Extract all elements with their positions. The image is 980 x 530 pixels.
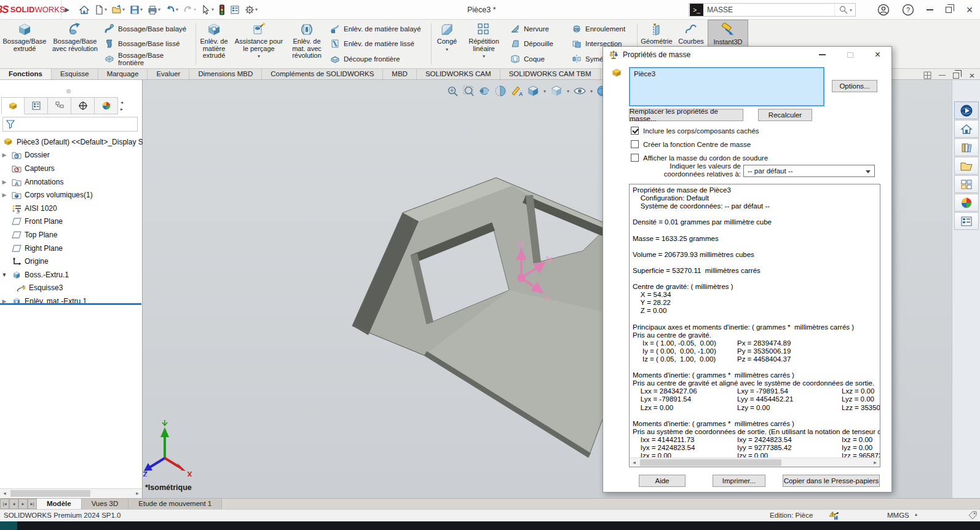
display-style-icon[interactable]: [550, 85, 563, 97]
dialog-minimize-icon[interactable]: [808, 47, 836, 63]
dropdown-arrow[interactable]: ▾: [258, 53, 260, 60]
prev-tab-icon[interactable]: ◂: [9, 499, 18, 509]
tree-item-material[interactable]: AISI 1020: [0, 202, 141, 215]
tree-item-origine[interactable]: Origine: [0, 255, 141, 268]
help-button[interactable]: Aide: [639, 475, 686, 487]
linear-pattern-button[interactable]: Répétition linéaire ▾: [461, 20, 507, 68]
hole-wizard-button[interactable]: Assistance pour le perçage ▾: [231, 20, 287, 68]
pane-grid-icon[interactable]: [923, 71, 931, 79]
options-button[interactable]: Options...: [832, 80, 877, 92]
first-tab-icon[interactable]: |◂: [0, 499, 9, 509]
expander-icon[interactable]: ▼: [0, 272, 9, 278]
copy-to-clipboard-button[interactable]: Copier dans le Presse-papiers: [783, 475, 880, 487]
tab-property-manager[interactable]: [25, 97, 48, 114]
panel-splitter-handle[interactable]: [66, 89, 71, 93]
new-file-icon[interactable]: ▾: [92, 2, 109, 18]
print-icon[interactable]: ▾: [146, 2, 162, 18]
tab-fonctions[interactable]: Fonctions: [0, 69, 52, 79]
checkbox-create-com[interactable]: Créer la fonction Centre de masse: [631, 140, 751, 148]
tree-item-right-plane[interactable]: Right Plane: [0, 242, 141, 255]
view-orientation-icon[interactable]: [526, 85, 540, 97]
tree-item-front-plane[interactable]: Front Plane: [0, 215, 141, 229]
file-explorer-icon[interactable]: [954, 157, 979, 175]
close-icon[interactable]: ×: [964, 4, 975, 17]
tree-item-corps-volumiques[interactable]: ▶ Corps volumiques(1): [0, 188, 141, 202]
mass-properties-results[interactable]: Propriétés de masse de Pièce3 Configurat…: [629, 184, 880, 467]
results-horizontal-scrollbar[interactable]: ◂ ▸: [630, 457, 880, 467]
tree-filter-box[interactable]: [2, 117, 138, 132]
dialog-title-bar[interactable]: Propriétés de masse ×: [603, 47, 891, 63]
tree-item-esquisse3[interactable]: Esquisse3: [0, 282, 141, 295]
minimize-icon[interactable]: [927, 9, 933, 10]
selection-list[interactable]: Pièce3: [629, 67, 824, 106]
tree-item-capteurs[interactable]: Capteurs: [0, 162, 141, 175]
expander-icon[interactable]: ▶: [0, 179, 9, 185]
tree-item-annotations[interactable]: ▶ A Annotations: [0, 175, 141, 189]
cut-extrude-button[interactable]: Enlèv. de matière extrudé: [197, 20, 231, 68]
next-tab-icon[interactable]: ▸: [18, 499, 28, 509]
undo-icon[interactable]: ▾: [164, 2, 180, 18]
options-gear-icon[interactable]: ▾: [243, 2, 259, 18]
select-cursor-icon[interactable]: ▾: [199, 2, 216, 18]
dropdown-arrow[interactable]: ▾: [446, 46, 448, 53]
tab-solidworks-cam[interactable]: SOLIDWORKS CAM: [417, 69, 500, 79]
last-tab-icon[interactable]: ▸|: [28, 499, 37, 509]
tag-icon[interactable]: [968, 511, 978, 520]
resources-icon[interactable]: [954, 101, 979, 119]
tab-dimensions-mbd[interactable]: Dimensions MBD: [189, 69, 262, 79]
search-input[interactable]: [707, 6, 834, 14]
cut-sweep-button[interactable]: Enlèv. de matière balayé: [330, 22, 426, 36]
expander-icon[interactable]: ▶: [0, 192, 9, 198]
search-scope-dropdown[interactable]: ▾: [850, 7, 855, 13]
boss-revolve-button[interactable]: Bossage/Base avec révolution: [49, 20, 101, 68]
tab-dimxpert-manager[interactable]: [71, 97, 95, 114]
draft-button[interactable]: Dépouille: [510, 37, 564, 50]
boss-sweep-button[interactable]: Bossage/Base balayé: [105, 22, 191, 36]
redo-icon[interactable]: ▾: [181, 2, 198, 18]
mass-properties-dialog[interactable]: Propriétés de masse × Pièce3 Options... …: [603, 46, 892, 492]
scroll-left-icon[interactable]: ◂: [0, 490, 9, 496]
fillet-button[interactable]: Congé ▾: [433, 20, 461, 68]
override-mass-properties-button[interactable]: Remplacer les propriétés de masse...: [629, 109, 743, 121]
rib-button[interactable]: Nervure: [510, 22, 564, 36]
save-icon[interactable]: ▾: [128, 2, 144, 18]
panel-tab-scroll-arrows[interactable]: ◂▸: [118, 97, 123, 114]
boss-extrude-button[interactable]: Bossage/Base extrudé: [0, 20, 49, 68]
appearances-wheel-icon[interactable]: [954, 194, 979, 212]
checkbox-include-hidden[interactable]: Inclure les corps/composants cachés: [631, 127, 759, 135]
expander-icon[interactable]: ▶: [0, 152, 9, 158]
tree-horizontal-scrollbar[interactable]: ◂ ▸: [0, 488, 142, 497]
rebuild-traffic-light-icon[interactable]: [217, 2, 227, 18]
restore-icon[interactable]: [946, 7, 952, 13]
cut-loft-button[interactable]: Enlèv. de matière lissé: [330, 37, 426, 50]
menu-expand-arrow[interactable]: ▶: [61, 6, 73, 13]
tab-solidworks-cam-tbm[interactable]: SOLIDWORKS CAM TBM: [500, 69, 601, 79]
tab-configuration-manager[interactable]: [48, 97, 71, 114]
scrollbar-thumb[interactable]: [640, 459, 781, 466]
scroll-right-icon[interactable]: ▸: [871, 459, 880, 465]
units-dropdown-icon[interactable]: ▴: [915, 512, 917, 517]
tree-root[interactable]: Pièce3 (Default) <<Default>_Display S: [0, 135, 141, 149]
tab-featuremanager-tree[interactable]: [1, 97, 25, 114]
tab-modele[interactable]: Modèle: [37, 499, 82, 509]
tab-evaluer[interactable]: Evaluer: [148, 69, 189, 79]
print-button[interactable]: Imprimer...: [713, 475, 765, 487]
window-restore-icon[interactable]: [953, 73, 959, 79]
tab-complements[interactable]: Compléments de SOLIDWORKS: [262, 69, 383, 79]
dropdown-arrow[interactable]: ▾: [590, 89, 593, 94]
section-view-icon[interactable]: [494, 85, 507, 97]
dialog-close-icon[interactable]: ×: [864, 47, 891, 63]
checkbox-icon[interactable]: [631, 140, 639, 148]
coordinate-system-dropdown[interactable]: -- par défaut --: [743, 165, 875, 177]
window-minimize-icon[interactable]: [939, 75, 946, 76]
open-icon[interactable]: ▾: [110, 2, 127, 18]
home-icon[interactable]: [954, 120, 979, 138]
dropdown-arrow[interactable]: ▾: [567, 89, 569, 94]
shell-button[interactable]: Coque: [510, 52, 564, 66]
cut-boundary-button[interactable]: Découpe frontière: [330, 52, 426, 66]
checkbox-icon[interactable]: [631, 127, 639, 135]
scroll-right-icon[interactable]: ▸: [133, 490, 142, 496]
tab-marquage[interactable]: Marquage: [98, 69, 148, 79]
dropdown-arrow[interactable]: ▾: [543, 89, 546, 94]
hide-show-items-icon[interactable]: [573, 85, 587, 97]
